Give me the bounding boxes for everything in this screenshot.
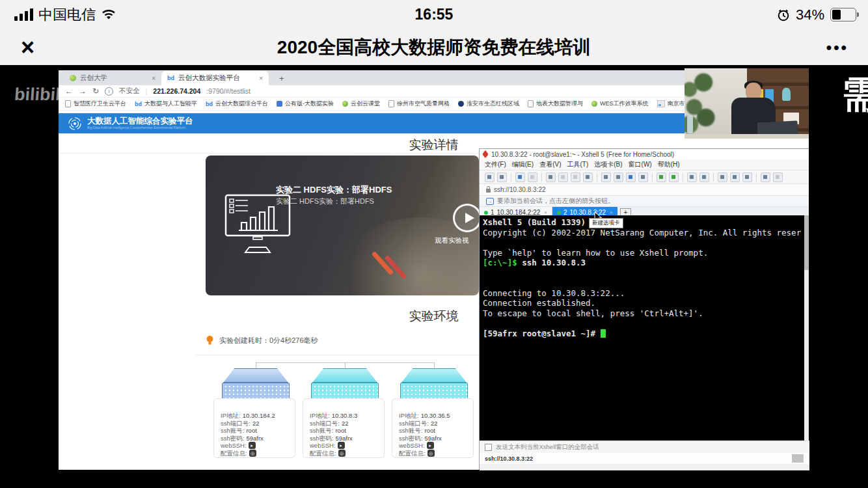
server-card: IP地址:10.30.36.5 ssh端口号:22 ssh账号:root ssh…: [392, 398, 474, 458]
config-info-icon[interactable]: ◎: [427, 450, 435, 457]
menu-window[interactable]: 窗口(W): [629, 160, 652, 169]
transparency-icon[interactable]: [669, 172, 679, 182]
new-window-icon[interactable]: [730, 172, 740, 182]
new-tab-button[interactable]: +: [275, 74, 288, 85]
play-button[interactable]: [453, 204, 479, 232]
web-icon[interactable]: [626, 172, 636, 182]
blue-square-icon: [277, 101, 282, 107]
add-session-icon[interactable]: →: [486, 198, 494, 205]
xshell-title: 10.30.8.3:22 - root@slave1:~ - Xshell 5 …: [491, 151, 674, 158]
open-session-icon[interactable]: [497, 172, 507, 182]
copy-icon[interactable]: [558, 172, 568, 182]
fullscreen-icon[interactable]: [687, 172, 697, 182]
navy-circle-icon: [458, 101, 464, 107]
xshell-status-bar: ssh://10.30.8.3:22: [480, 453, 809, 464]
back-icon[interactable]: ←: [65, 87, 73, 96]
battery-percent: 34%: [796, 7, 824, 23]
capture-icon[interactable]: [614, 172, 623, 182]
tab2-favicon: bd: [167, 75, 174, 81]
bookmark-item[interactable]: bd大数据与人工智能平: [135, 100, 197, 108]
webssh-icon[interactable]: ▸: [249, 442, 256, 449]
tab2-label: 云创大数据实验平台: [178, 74, 240, 83]
menu-help[interactable]: 帮助(H): [658, 160, 680, 169]
layout-icon[interactable]: [742, 172, 752, 182]
menu-edit[interactable]: 编辑(E): [512, 160, 534, 169]
menu-tab[interactable]: 选项卡(B): [594, 160, 622, 169]
disconnect-icon[interactable]: [528, 172, 537, 182]
chat-icon[interactable]: [773, 172, 783, 182]
bookmark-item[interactable]: 智慧医疗卫生云平台: [65, 100, 126, 108]
water-bottle: [687, 115, 693, 133]
help-icon[interactable]: [761, 172, 770, 182]
bookmark-item[interactable]: 云创云课堂: [342, 100, 380, 108]
more-menu-icon[interactable]: •••: [826, 38, 848, 57]
menu-tools[interactable]: 工具(T): [567, 160, 588, 169]
tab1-close-icon[interactable]: ×: [152, 75, 156, 82]
doc-icon: [65, 100, 71, 107]
server-icon: [400, 368, 468, 401]
webssh-icon[interactable]: ▸: [338, 442, 345, 449]
properties-icon[interactable]: [546, 172, 556, 182]
banner-title: 实验二 HDFS实验：部署HDFS: [276, 184, 392, 196]
server-ip: 10.30.8.3: [332, 412, 358, 420]
bookmark-item[interactable]: 公有版-大数据实验: [277, 100, 334, 108]
doc-icon: [528, 100, 534, 107]
lock-icon[interactable]: [699, 172, 709, 182]
resize-grip[interactable]: [792, 454, 804, 463]
url-separator: |: [146, 87, 148, 95]
server-ip: 10.30.36.5: [421, 412, 450, 420]
find-icon[interactable]: [583, 172, 593, 182]
tab-close-icon[interactable]: ×: [610, 210, 613, 215]
print-icon[interactable]: [601, 172, 611, 182]
reload-icon[interactable]: ↻: [92, 87, 99, 96]
broadcast-row: 发送文本到当前Xshell窗口的全部会话: [480, 441, 809, 453]
browser-tab-experiment-platform[interactable]: bd 云创大数据实验平台 ×: [161, 71, 269, 85]
server-icon: [222, 368, 290, 401]
bookmark-item[interactable]: bd云创大数据综合平台: [206, 100, 268, 108]
tab2-close-icon[interactable]: ×: [259, 75, 263, 82]
paste-icon[interactable]: [571, 172, 580, 182]
font-icon[interactable]: [638, 172, 648, 182]
xshell-address-bar[interactable]: ssh://10.30.8.3:22: [480, 184, 809, 196]
bookmark-item[interactable]: 徐州市空气质量网格: [388, 100, 450, 108]
config-info-icon[interactable]: ◎: [338, 450, 346, 457]
tab1-favicon: [70, 75, 76, 81]
platform-logo-icon: [68, 116, 82, 131]
broadcast-checkbox[interactable]: [485, 444, 492, 451]
elapsed-row: 实验创建耗时：0分4秒276毫秒: [206, 335, 318, 346]
xshell-app-icon: [482, 150, 489, 159]
clock-time: 16:55: [0, 6, 868, 23]
browser-tab-yunchuang-university[interactable]: 云创大学 ×: [64, 71, 161, 85]
connected-dot: [557, 211, 561, 215]
bell-icon[interactable]: [657, 172, 666, 182]
hint-text: 要添加当前会话，点击左侧的箭头按钮。: [497, 197, 614, 206]
terminal-cursor: [601, 329, 606, 338]
bookmark-item[interactable]: WES工作效率系统: [591, 100, 649, 108]
experiment-banner[interactable]: 实验二 HDFS实验：部署HDFS 实验二 HDFS实验：部署HDFS 观看实验…: [206, 156, 479, 295]
page-info-icon[interactable]: i: [105, 87, 113, 96]
webssh-icon[interactable]: ▸: [427, 442, 434, 449]
video-player[interactable]: bilibili 需 云创大学 × bd 云创大数据实验平台 × + ← →: [0, 65, 868, 488]
tab-close-icon[interactable]: ×: [544, 210, 547, 215]
xshell-title-bar[interactable]: 10.30.8.3:22 - root@slave1:~ - Xshell 5 …: [480, 149, 809, 159]
forward-icon[interactable]: →: [79, 87, 87, 96]
green-circle-icon: [591, 101, 597, 107]
terminal[interactable]: Xshell 5 (Build 1339) Copyright (c) 2002…: [480, 215, 809, 441]
security-label: 不安全: [119, 87, 140, 96]
new-session-icon[interactable]: [485, 172, 495, 182]
server-ip: 10.30.184.2: [243, 412, 275, 420]
connect-icon[interactable]: [515, 172, 525, 182]
config-info-icon[interactable]: ◎: [249, 450, 256, 457]
alarm-icon: [777, 8, 790, 21]
terminal-scrollbar-thumb[interactable]: [804, 215, 809, 270]
xshell-window: 10.30.8.3:22 - root@slave1:~ - Xshell 5 …: [479, 148, 809, 470]
page-title: 2020全国高校大数据师资免费在线培训: [0, 35, 868, 60]
bookmark-item[interactable]: 淮安市生态红线区域: [458, 100, 519, 108]
menu-file[interactable]: 文件(F): [485, 160, 506, 169]
bd-icon: bd: [206, 101, 213, 107]
bookmark-item[interactable]: 地表大数据管理与: [528, 100, 583, 108]
url-host[interactable]: 221.226.74.204: [153, 87, 200, 95]
green-circle-icon: [342, 101, 348, 107]
menu-view[interactable]: 查看(V): [539, 160, 561, 169]
compose-icon[interactable]: [718, 172, 727, 182]
